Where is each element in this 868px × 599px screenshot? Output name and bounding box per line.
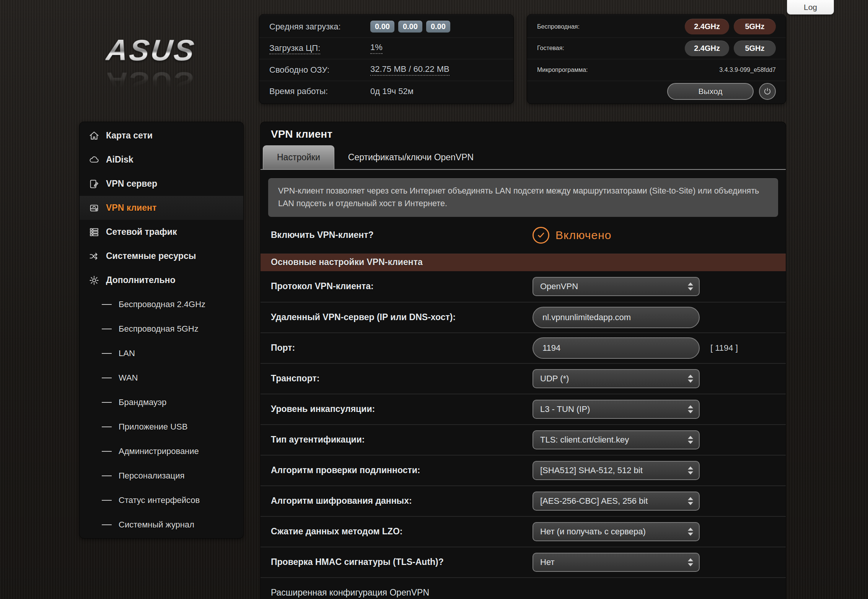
logout-button[interactable]: Выход: [667, 83, 754, 100]
reboot-button[interactable]: [759, 83, 776, 100]
load-badge-1: 0.00: [370, 21, 394, 33]
sidebar-item-system-resources[interactable]: Системные ресурсы: [80, 244, 243, 268]
protocol-select[interactable]: OpenVPN: [533, 277, 700, 296]
transport-select[interactable]: UDP (*): [533, 369, 700, 388]
protocol-select-value: OpenVPN: [540, 282, 578, 291]
sidebar-subitem-administration[interactable]: Администрирование: [80, 439, 243, 464]
cpu-load-row: Загрузка ЦП: 1%: [259, 37, 513, 59]
sidebar-subitem-usb-app[interactable]: Приложение USB: [80, 415, 243, 439]
port-label: Порт:: [271, 343, 533, 353]
sidebar-item-vpn-client[interactable]: VPN клиент: [80, 196, 243, 220]
port-value: 1194: [542, 343, 560, 353]
sidebar-item-label: Сетевой трафик: [106, 227, 177, 237]
port-input[interactable]: 1194: [533, 337, 700, 359]
tls-auth-select[interactable]: Нет: [533, 553, 700, 572]
sidebar-subitem-wan[interactable]: WAN: [80, 366, 243, 390]
tab-openvpn-certs[interactable]: Сертификаты/ключи OpenVPN: [334, 145, 487, 169]
remote-server-label: Удаленный VPN-сервер (IP или DNS-хост):: [271, 312, 533, 322]
dash-icon: [102, 426, 112, 427]
uptime-row: Время работы: 0д 19ч 52м: [259, 81, 513, 103]
tab-bar: Настройки Сертификаты/ключи OpenVPN: [261, 146, 786, 170]
sidebar-subitem-wireless-24[interactable]: Беспроводная 2.4GHz: [80, 292, 243, 317]
enable-vpn-client-label: Включить VPN-клиент?: [271, 230, 533, 240]
updown-arrows-icon: [688, 282, 693, 290]
dash-icon: [102, 402, 112, 403]
sidebar-subitem-wireless-5[interactable]: Беспроводная 5GHz: [80, 317, 243, 341]
cipher-select-value: [AES-256-CBC] AES, 256 bit: [540, 496, 648, 506]
free-ram-value[interactable]: 32.75 MB / 60.22 MB: [370, 64, 449, 76]
sidebar-subitem-system-log[interactable]: Системный журнал: [80, 513, 243, 537]
sidebar-subitem-label: WAN: [119, 373, 138, 383]
tab-content: VPN-клиент позволяет через сеть Интернет…: [261, 170, 786, 599]
form-row-cipher: Алгоритм шифрования данных: [AES-256-CBC…: [261, 485, 786, 516]
log-button[interactable]: Log: [787, 0, 834, 15]
sidebar-item-label: Системные ресурсы: [106, 251, 196, 261]
hmac-algorithm-select[interactable]: [SHA512] SHA-512, 512 bit: [533, 461, 700, 480]
shuffle-icon: [89, 251, 99, 262]
sidebar-subitem-firewall[interactable]: Брандмауэр: [80, 390, 243, 415]
wireless-label: Беспроводная:: [537, 23, 580, 30]
sidebar-subitem-label: Статус интерфейсов: [119, 495, 200, 505]
dash-icon: [102, 500, 112, 501]
asus-logo-text: ASUS: [104, 33, 197, 68]
firmware-version-link[interactable]: 3.4.3.9-099_e58fdd7: [719, 67, 776, 73]
guest-5ghz-badge[interactable]: 5GHz: [734, 41, 776, 56]
form-row-lzo: Сжатие данных методом LZO: Нет (и получа…: [261, 516, 786, 547]
sidebar-item-label: Дополнительно: [106, 275, 175, 285]
power-icon: [763, 87, 772, 96]
uptime-value: 0д 19ч 52м: [370, 86, 414, 96]
cpu-load-value[interactable]: 1%: [370, 42, 383, 54]
sidebar-subitem-personalization[interactable]: Персонализация: [80, 464, 243, 488]
remote-server-input[interactable]: nl.vpnunlimitedapp.com: [533, 307, 700, 328]
check-circle-icon: [533, 227, 549, 244]
home-icon: [89, 130, 99, 141]
auth-type-select[interactable]: TLS: client.crt/client.key: [533, 430, 700, 449]
sidebar-subitem-label: Персонализация: [119, 471, 184, 481]
page-title: VPN клиент: [271, 128, 332, 140]
form-row-auth-type: Тип аутентификации: TLS: client.crt/clie…: [261, 424, 786, 455]
enable-vpn-client-toggle[interactable]: Включено: [533, 227, 611, 244]
protocol-label: Протокол VPN-клиента:: [271, 281, 533, 291]
form-row-hmac-algorithm: Алгоритм проверки подлинности: [SHA512] …: [261, 455, 786, 485]
cpu-load-label[interactable]: Загрузка ЦП:: [269, 43, 370, 53]
guest-24ghz-badge[interactable]: 2.4GHz: [685, 41, 729, 56]
encapsulation-label: Уровень инкапсуляции:: [271, 404, 533, 414]
sidebar-item-aidisk[interactable]: AiDisk: [80, 148, 243, 172]
sidebar-item-network-map[interactable]: Карта сети: [80, 124, 243, 148]
wireless-24ghz-badge[interactable]: 2.4GHz: [685, 19, 729, 34]
enable-status-text: Включено: [555, 229, 611, 242]
logout-row: Выход: [527, 81, 786, 103]
wireless-row: Беспроводная: 2.4GHz 5GHz: [527, 16, 786, 37]
section-header-basic-settings: Основные настройки VPN-клиента: [261, 254, 786, 271]
sidebar-item-label: VPN сервер: [106, 179, 157, 189]
sidebar-subitem-interface-status[interactable]: Статус интерфейсов: [80, 488, 243, 513]
free-ram-label: Свободно ОЗУ:: [269, 65, 370, 75]
lzo-select[interactable]: Нет (и получать с сервера): [533, 522, 700, 541]
traffic-icon: [89, 227, 99, 238]
firmware-row: Микропрограмма: 3.4.3.9-099_e58fdd7: [527, 59, 786, 81]
sidebar-item-vpn-server[interactable]: VPN сервер: [80, 172, 243, 196]
cipher-select[interactable]: [AES-256-CBC] AES, 256 bit: [533, 492, 700, 511]
firmware-label: Микропрограмма:: [537, 67, 588, 73]
sidebar-item-network-traffic[interactable]: Сетевой трафик: [80, 220, 243, 244]
tab-settings[interactable]: Настройки: [263, 145, 334, 169]
sidebar-item-advanced[interactable]: Дополнительно: [80, 268, 243, 292]
sidebar-subitem-lan[interactable]: LAN: [80, 341, 243, 366]
form-row-advanced-config: Расширенная конфигурация OpenVPN: [261, 577, 786, 599]
form-rows: Протокол VPN-клиента: OpenVPN Удаленный …: [261, 271, 786, 599]
dash-icon: [102, 475, 112, 476]
form-row-remote-server: Удаленный VPN-сервер (IP или DNS-хост): …: [261, 302, 786, 332]
wireless-5ghz-badge[interactable]: 5GHz: [734, 19, 776, 34]
encapsulation-select[interactable]: L3 - TUN (IP): [533, 400, 700, 419]
wireless-badges: 2.4GHz 5GHz: [685, 19, 776, 34]
auth-type-select-value: TLS: client.crt/client.key: [540, 435, 629, 445]
form-row-encapsulation: Уровень инкапсуляции: L3 - TUN (IP): [261, 394, 786, 424]
vpn-client-icon: [89, 203, 99, 213]
logout-controls: Выход: [667, 83, 776, 100]
guest-row: Гостевая: 2.4GHz 5GHz: [527, 37, 786, 59]
sidebar-item-label: VPN клиент: [106, 203, 156, 213]
sidebar-subitem-label: Беспроводная 5GHz: [119, 324, 199, 334]
dash-icon: [102, 451, 112, 452]
sidebar-subitem-label: Беспроводная 2.4GHz: [119, 300, 205, 309]
vpn-client-info-text: VPN-клиент позволяет через сеть Интернет…: [278, 186, 759, 208]
